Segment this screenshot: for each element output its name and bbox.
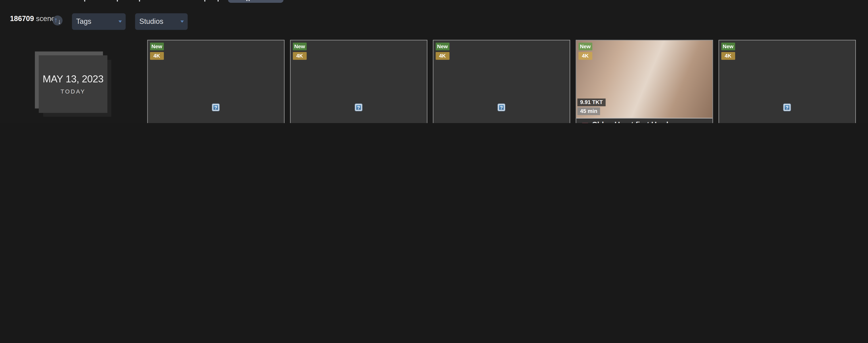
sort-down-arrow-icon: ↓ <box>58 18 61 25</box>
quality-badge: 4K <box>579 52 592 60</box>
broken-image-icon: ? <box>213 104 219 111</box>
tags-filter-label: Tags <box>76 17 91 25</box>
price-badge: 9.91 TKT <box>577 98 606 106</box>
chevron-down-icon <box>118 20 122 23</box>
clipped-nav-text <box>139 0 140 1</box>
sort-up-arrow-icon: ↑ <box>54 17 58 24</box>
results-count: 186709 scenes <box>10 14 59 23</box>
duration-badge: 45 min <box>577 107 600 115</box>
clipped-top-button[interactable] <box>228 0 283 3</box>
scene-card[interactable]: New 4K ? 10.18 TKT 50 min Chloe Heart fi… <box>433 40 570 123</box>
scene-card[interactable]: New 4K ? 6.08 TKT 41 min Only Gapes Comp… <box>718 40 856 123</box>
studios-filter-dropdown[interactable]: Studios <box>135 13 188 30</box>
scene-thumbnail[interactable]: New 4K 9.91 TKT 45 min <box>576 40 712 118</box>
broken-image-icon: ? <box>498 104 504 111</box>
new-badge: New <box>293 43 306 50</box>
broken-image-icon: ? <box>784 104 790 111</box>
clipped-nav-text <box>117 0 118 1</box>
new-badge: New <box>721 43 735 50</box>
scene-thumbnail[interactable]: New 4K ? 6 TKT 46 min <box>291 40 427 123</box>
new-badge: New <box>436 43 449 50</box>
quality-badge: 4K <box>436 52 449 60</box>
date-separator-subtitle: TODAY <box>61 88 86 94</box>
scene-card[interactable]: New 4K 9.91 TKT 45 min Chloe Heart first… <box>576 40 713 123</box>
studios-filter-label: Studios <box>140 17 163 25</box>
clipped-nav-text <box>204 0 206 1</box>
quality-badge: 4K <box>293 52 306 60</box>
scene-thumbnail[interactable]: New 4K ? 10.18 TKT 50 min <box>433 40 569 123</box>
broken-image-icon: ? <box>355 104 362 111</box>
scene-thumbnail[interactable]: New 4K ? 11.89 TKT 1 h 9 min <box>148 40 284 123</box>
chevron-down-icon <box>181 20 184 23</box>
date-separator-date: MAY 13, 2023 <box>43 74 104 85</box>
sort-order-button[interactable]: ↑ ↓ <box>53 15 63 25</box>
clipped-nav-text <box>218 0 219 1</box>
new-badge: New <box>579 43 592 50</box>
scene-title[interactable]: Chloe Heart first Hardcore gangbang DP, … <box>581 120 707 123</box>
date-separator: MAY 13, 2023 TODAY <box>39 55 107 113</box>
quality-badge: 4K <box>721 52 735 60</box>
scene-card[interactable]: New 4K ? 11.89 TKT 1 h 9 min Monster of … <box>147 40 284 123</box>
scene-thumbnail[interactable]: New 4K ? 6.08 TKT 41 min <box>719 40 855 123</box>
results-count-number: 186709 <box>10 14 34 23</box>
scene-browser-page: 186709 scenes ↑ ↓ Tags Studios MAY 13, 2… <box>0 0 868 123</box>
tags-filter-dropdown[interactable]: Tags <box>72 13 125 30</box>
clipped-nav-text <box>84 0 85 1</box>
new-badge: New <box>150 43 164 50</box>
scene-card[interactable]: New 4K ? 6 TKT 46 min New Bride May Thai… <box>290 40 427 123</box>
quality-badge: 4K <box>150 52 164 60</box>
